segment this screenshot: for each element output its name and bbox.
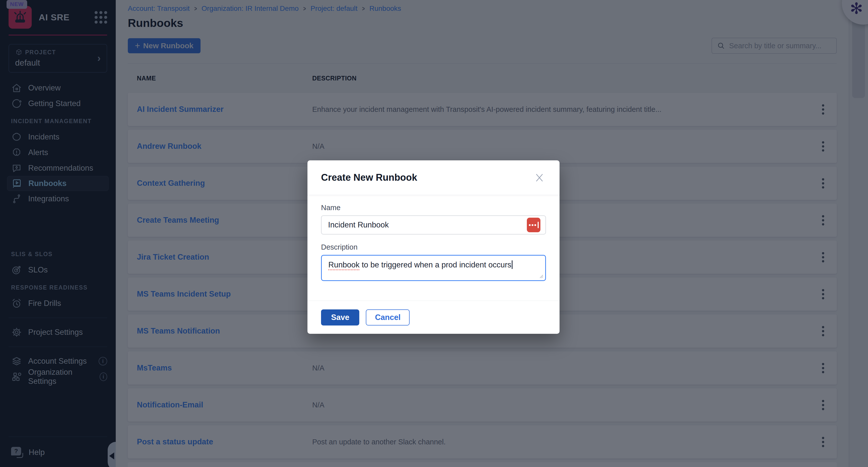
save-button[interactable]: Save bbox=[321, 309, 359, 326]
name-input[interactable] bbox=[321, 215, 546, 234]
cancel-button[interactable]: Cancel bbox=[366, 309, 410, 326]
name-label: Name bbox=[321, 204, 546, 212]
modal-header: Create New Runbook bbox=[307, 160, 560, 195]
close-icon bbox=[534, 173, 545, 183]
app-root: NEW AI SRE PROJECT default › bbox=[0, 0, 868, 467]
description-textarea[interactable]: Runbook to be triggered when a prod inci… bbox=[321, 255, 546, 281]
modal-title: Create New Runbook bbox=[321, 172, 417, 183]
close-button[interactable] bbox=[533, 171, 546, 184]
password-manager-icon[interactable] bbox=[527, 218, 540, 232]
create-runbook-modal: Create New Runbook Name Description Runb… bbox=[307, 160, 560, 334]
description-text-misspelled: Runbook bbox=[328, 260, 360, 269]
description-text: to be triggered when a prod incident occ… bbox=[360, 260, 511, 269]
modal-body: Name Description Runbook to be triggered… bbox=[307, 195, 560, 281]
resize-handle-icon[interactable] bbox=[539, 274, 544, 278]
modal-footer: Save Cancel bbox=[307, 301, 560, 334]
text-caret bbox=[512, 260, 513, 269]
description-label: Description bbox=[321, 243, 546, 252]
